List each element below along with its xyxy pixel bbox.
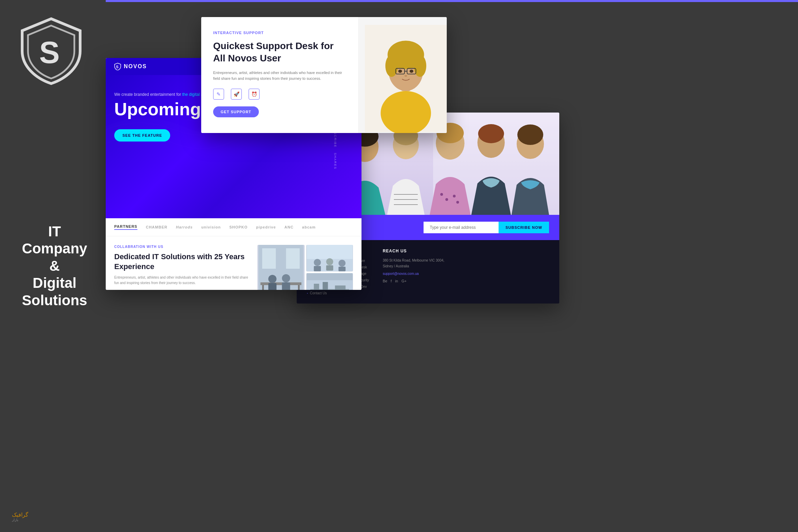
svg-rect-34: [338, 267, 345, 271]
background-logo: S: [14, 14, 89, 89]
partner-pipedrive: pipedrive: [256, 225, 276, 229]
social-facebook[interactable]: f: [391, 279, 392, 283]
svg-rect-28: [307, 245, 352, 259]
svg-point-57: [478, 124, 504, 143]
svg-rect-21: [262, 285, 264, 290]
screenshots-container: INTERACTIVE SUPPORT Quickest Support Des…: [106, 10, 788, 522]
svg-rect-38: [314, 284, 319, 290]
company-line1: IT Company &: [22, 223, 87, 274]
svg-rect-24: [268, 283, 277, 290]
partner-chamber: CHAMBER: [146, 225, 167, 229]
support-description: Entrepreneurs, artist, athletes and othe…: [213, 70, 346, 82]
footer-social-links: Be f in G+: [383, 279, 549, 283]
partner-anc: ANC: [284, 225, 294, 229]
solutions-description: Entrepreneurs, artist, athletes and othe…: [114, 275, 251, 286]
partner-shopko: SHOPKO: [229, 225, 248, 229]
svg-point-15: [404, 75, 407, 77]
see-feature-button[interactable]: SEE THE FEATURE: [114, 129, 170, 142]
footer-link-contact[interactable]: Contact Us: [307, 290, 330, 296]
support-icon-rocket: 🚀: [231, 89, 242, 100]
footer-email[interactable]: support@novos.com.ua: [383, 272, 549, 276]
svg-rect-36: [307, 280, 352, 290]
svg-point-23: [268, 275, 277, 283]
partner-harrods: Harrods: [176, 225, 193, 229]
support-left-panel: INTERACTIVE SUPPORT Quickest Support Des…: [201, 17, 358, 133]
svg-rect-40: [335, 285, 345, 290]
side-label-shares: SHARES: [334, 153, 337, 169]
novos-partners: PARTNERS CHAMBER Harrods univision SHOPK…: [106, 218, 361, 236]
subscribe-email-input[interactable]: [424, 222, 499, 233]
svg-rect-20: [261, 282, 301, 285]
svg-point-33: [338, 260, 345, 267]
svg-rect-19: [286, 248, 300, 269]
svg-point-13: [398, 70, 402, 73]
novos-logo-text: NOVOS: [124, 63, 147, 70]
svg-rect-39: [323, 282, 328, 290]
partner-label: PARTNERS: [114, 224, 137, 230]
footer-address: 380 St Kilda Road, Melbourne VIC 3004,Si…: [383, 257, 549, 269]
svg-rect-26: [282, 282, 290, 290]
office-photo-3: [306, 273, 353, 290]
svg-point-52: [440, 193, 443, 196]
solutions-right: [257, 245, 353, 290]
social-behance[interactable]: Be: [383, 279, 387, 283]
subscribe-button[interactable]: SUBSCRIBE NOW: [499, 222, 549, 233]
get-support-button[interactable]: GET SUPPORT: [213, 106, 259, 117]
svg-point-54: [453, 195, 456, 197]
solutions-tag: COLLABRATION WITH US: [114, 245, 251, 249]
support-icon-clock: ⏰: [249, 89, 260, 100]
support-icons-row: ✎ 🚀 ⏰: [213, 89, 346, 100]
support-tag: INTERACTIVE SUPPORT: [213, 31, 346, 35]
svg-rect-32: [326, 265, 333, 271]
partner-univision: univision: [201, 225, 221, 229]
svg-text:S: S: [116, 65, 119, 69]
office-photo-1: [257, 245, 305, 290]
partner-abcam: abcam: [302, 225, 316, 229]
svg-point-55: [456, 201, 459, 204]
novos-solutions: COLLABRATION WITH US Dedicated IT Soluti…: [106, 236, 361, 290]
support-screenshot: INTERACTIVE SUPPORT Quickest Support Des…: [201, 17, 447, 133]
support-person-photo: [358, 17, 447, 133]
svg-point-53: [445, 198, 448, 201]
subscribe-form: SUBSCRIBE NOW: [424, 222, 549, 233]
svg-point-31: [326, 258, 333, 265]
sidebar-company-text: IT Company & Digital Solutions: [20, 223, 89, 309]
social-linkedin[interactable]: in: [395, 279, 398, 283]
svg-point-29: [314, 259, 321, 266]
top-accent-bar: [106, 0, 798, 2]
support-title: Quickest Support Desk for All Novos User: [213, 40, 346, 65]
support-icon-edit: ✎: [213, 89, 224, 100]
office-photo-2: [306, 245, 353, 271]
svg-text:S: S: [39, 35, 60, 70]
svg-text:گرافیک: گرافیک: [12, 512, 28, 518]
svg-rect-18: [262, 248, 276, 269]
social-google[interactable]: G+: [401, 279, 407, 283]
novos-logo: S NOVOS: [114, 63, 147, 70]
svg-point-14: [410, 70, 413, 73]
svg-rect-22: [298, 285, 300, 290]
solutions-title: Dedicated IT Solutions with 25 Years Exp…: [114, 252, 251, 271]
company-line2: Digital Solutions: [22, 275, 87, 308]
svg-text:بازار: بازار: [12, 518, 18, 522]
footer-reach-title: REACH US: [383, 249, 549, 253]
svg-point-25: [282, 274, 290, 282]
svg-point-59: [517, 124, 543, 145]
svg-rect-30: [314, 266, 321, 271]
footer-reach: REACH US 380 St Kilda Road, Melbourne VI…: [383, 249, 549, 296]
solutions-left: COLLABRATION WITH US Dedicated IT Soluti…: [114, 245, 251, 290]
watermark: گرافیک بازار: [10, 505, 34, 522]
